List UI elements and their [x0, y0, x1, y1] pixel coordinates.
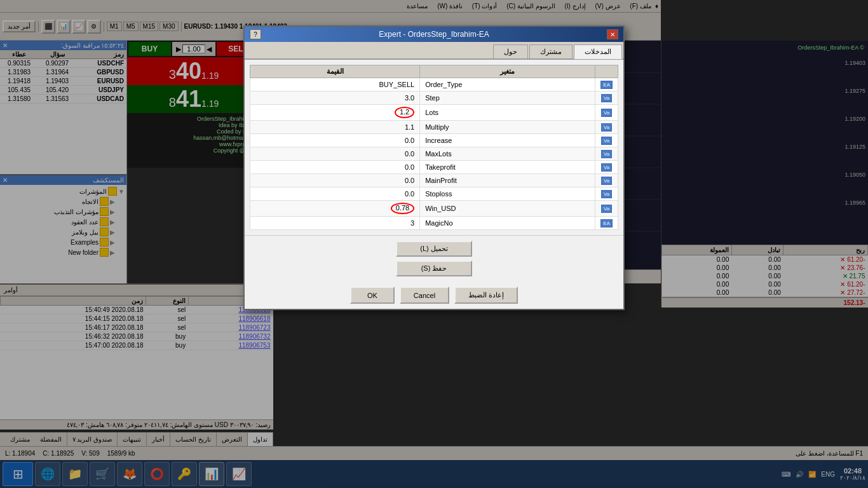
- param-row: Va Multiply 1.1: [250, 121, 618, 134]
- param-value[interactable]: 3.0: [250, 92, 420, 105]
- param-row: Va Stoploss 0.0: [250, 187, 618, 201]
- dialog-help-btn[interactable]: ?: [250, 29, 261, 39]
- param-icon-cell: Va: [595, 187, 618, 201]
- param-icon-cell: Va: [595, 134, 618, 147]
- param-name: MagicNo: [420, 217, 595, 230]
- col-icon-header: [595, 65, 618, 78]
- dialog-controls-right: ✕: [607, 29, 618, 39]
- param-icon: Va: [601, 205, 612, 213]
- param-value[interactable]: 0.0: [250, 147, 420, 161]
- expert-dialog: ? Expert - OrdersStep_Ibrahim-EA ✕ المدخ…: [243, 25, 625, 310]
- circled-value: 0.78: [391, 203, 414, 214]
- param-icon-cell: EA: [595, 217, 618, 230]
- dialog-title-bar: ? Expert - OrdersStep_Ibrahim-EA ✕: [245, 27, 623, 42]
- dialog-title: Expert - OrdersStep_Ibrahim-EA: [261, 30, 607, 39]
- param-icon: Va: [601, 190, 612, 198]
- param-row: Va Win_USD 0.78: [250, 201, 618, 217]
- param-icon: EA: [600, 81, 613, 89]
- param-icon-cell: EA: [595, 78, 618, 92]
- tab-common-modal[interactable]: مشترك: [529, 44, 573, 58]
- dialog-tabs: المدخلات مشترك حول: [245, 42, 623, 60]
- param-name: Step: [420, 92, 595, 105]
- ok-btn[interactable]: OK: [350, 287, 395, 304]
- param-icon: Va: [601, 177, 612, 185]
- save-btn[interactable]: حفظ (S): [396, 261, 472, 276]
- param-row: Va MainProfit 0.0: [250, 174, 618, 187]
- param-value[interactable]: 0.0: [250, 161, 420, 174]
- param-row: Va Step 3.0: [250, 92, 618, 105]
- param-row: EA Order_Type BUY_SELL: [250, 78, 618, 92]
- param-value[interactable]: BUY_SELL: [250, 78, 420, 92]
- col-value-header: القيمة: [250, 65, 420, 78]
- dialog-footer: تحميل (L) حفظ (S): [245, 235, 623, 281]
- param-value[interactable]: 0.0: [250, 174, 420, 187]
- param-icon: Va: [601, 137, 612, 145]
- param-row: Va Lots 1.2: [250, 105, 618, 121]
- dialog-actions: إعادة الضبط Cancel OK: [245, 281, 623, 309]
- dialog-close-btn[interactable]: ✕: [607, 29, 618, 39]
- param-name: Takeprofit: [420, 161, 595, 174]
- param-icon-cell: Va: [595, 147, 618, 161]
- param-icon: Va: [601, 163, 612, 172]
- cancel-btn[interactable]: Cancel: [400, 287, 449, 304]
- tab-about[interactable]: حول: [493, 44, 528, 58]
- param-icon-cell: Va: [595, 201, 618, 217]
- param-row: Va MaxLots 0.0: [250, 147, 618, 161]
- tab-inputs[interactable]: المدخلات: [574, 44, 622, 59]
- param-value[interactable]: 0.0: [250, 134, 420, 147]
- circled-value: 1.2: [395, 107, 414, 118]
- param-value[interactable]: 3: [250, 217, 420, 230]
- param-value[interactable]: 1.1: [250, 121, 420, 134]
- dialog-body: متغير القيمة EA Order_Type BUY_SELL Va S…: [245, 60, 623, 235]
- param-name: Stoploss: [420, 187, 595, 201]
- params-table: متغير القيمة EA Order_Type BUY_SELL Va S…: [250, 65, 618, 230]
- reset-btn[interactable]: إعادة الضبط: [454, 287, 518, 304]
- param-icon-cell: Va: [595, 161, 618, 174]
- param-name: MainProfit: [420, 174, 595, 187]
- param-icon-cell: Va: [595, 105, 618, 121]
- param-value[interactable]: 1.2: [250, 105, 420, 121]
- param-icon: Va: [601, 109, 612, 117]
- param-icon-cell: Va: [595, 121, 618, 134]
- param-name: Increase: [420, 134, 595, 147]
- param-icon: Va: [601, 123, 612, 132]
- modal-overlay: ? Expert - OrdersStep_Ibrahim-EA ✕ المدخ…: [0, 0, 868, 488]
- param-row: Va Increase 0.0: [250, 134, 618, 147]
- load-btn[interactable]: تحميل (L): [396, 241, 472, 257]
- param-name: Multiply: [420, 121, 595, 134]
- param-row: Va Takeprofit 0.0: [250, 161, 618, 174]
- param-name: Lots: [420, 105, 595, 121]
- param-value[interactable]: 0.0: [250, 187, 420, 201]
- col-variable-header: متغير: [420, 65, 595, 78]
- param-name: Order_Type: [420, 78, 595, 92]
- param-icon: EA: [600, 219, 613, 227]
- param-icon-cell: Va: [595, 92, 618, 105]
- param-name: MaxLots: [420, 147, 595, 161]
- dialog-controls-left: ?: [250, 29, 261, 39]
- param-icon-cell: Va: [595, 174, 618, 187]
- param-row: EA MagicNo 3: [250, 217, 618, 230]
- screen: ♦ ملف (F) عرض (V) إدارج (I) الرسوم البيا…: [0, 0, 868, 488]
- param-value[interactable]: 0.78: [250, 201, 420, 217]
- param-icon: Va: [601, 94, 612, 102]
- param-icon: Va: [601, 150, 612, 158]
- param-name: Win_USD: [420, 201, 595, 217]
